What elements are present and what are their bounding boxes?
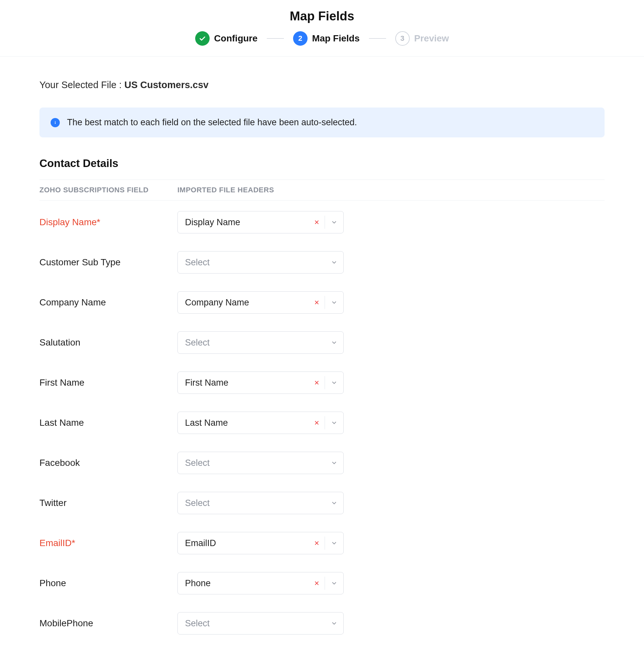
select-value: Select	[185, 258, 325, 268]
info-banner: The best match to each field on the sele…	[39, 107, 605, 137]
column-header-field: ZOHO SUBSCRIPTIONS FIELD	[39, 186, 177, 194]
field-mapping-select[interactable]: Company Name	[177, 291, 344, 314]
step-label: Preview	[414, 33, 449, 44]
chevron-down-icon[interactable]	[325, 620, 343, 627]
select-value: Select	[185, 338, 325, 348]
step-number-icon: 2	[293, 31, 308, 46]
field-label: Company Name	[39, 297, 177, 308]
select-value: Last Name	[185, 418, 309, 428]
select-value: Select	[185, 498, 325, 508]
field-mapping-select[interactable]: Display Name	[177, 211, 344, 233]
select-value: EmailID	[185, 538, 309, 548]
clear-icon[interactable]	[309, 580, 325, 586]
info-text: The best match to each field on the sele…	[67, 117, 357, 128]
section-title: Contact Details	[39, 157, 605, 170]
field-mapping-select[interactable]: Select	[177, 492, 344, 514]
select-value: Display Name	[185, 217, 309, 227]
info-icon	[51, 118, 60, 127]
field-label: Salutation	[39, 337, 177, 348]
selected-file-line: Your Selected File : US Customers.csv	[39, 80, 605, 90]
step-configure: Configure	[195, 31, 258, 46]
select-value: Company Name	[185, 297, 309, 308]
field-row: EmailID*EmailID	[39, 532, 605, 554]
field-label: Twitter	[39, 498, 177, 508]
select-value: First Name	[185, 378, 309, 388]
field-label: Phone	[39, 578, 177, 588]
field-label: Last Name	[39, 418, 177, 428]
field-mapping-select[interactable]: Select	[177, 251, 344, 274]
chevron-down-icon[interactable]	[325, 499, 343, 507]
field-mapping-select[interactable]: EmailID	[177, 532, 344, 554]
check-icon	[195, 31, 210, 46]
clear-icon[interactable]	[309, 420, 325, 426]
stepper: Configure 2 Map Fields 3 Preview	[0, 31, 644, 56]
column-header-imported: IMPORTED FILE HEADERS	[177, 186, 605, 194]
chevron-down-icon[interactable]	[325, 259, 343, 266]
field-row: Company NameCompany Name	[39, 291, 605, 314]
step-label: Configure	[214, 33, 258, 44]
selected-file-name: US Customers.csv	[124, 80, 208, 90]
clear-icon[interactable]	[309, 219, 325, 225]
field-row: FacebookSelect	[39, 452, 605, 474]
field-label: MobilePhone	[39, 618, 177, 629]
page-title: Map Fields	[0, 9, 644, 23]
step-connector	[369, 38, 386, 39]
clear-icon[interactable]	[309, 299, 325, 306]
field-row: PhonePhone	[39, 572, 605, 594]
chevron-down-icon[interactable]	[325, 379, 343, 386]
field-label: Facebook	[39, 458, 177, 468]
field-mapping-select[interactable]: Select	[177, 452, 344, 474]
clear-icon[interactable]	[309, 540, 325, 547]
field-mapping-select[interactable]: First Name	[177, 371, 344, 394]
field-row: Last NameLast Name	[39, 412, 605, 434]
svg-rect-1	[55, 122, 56, 124]
step-preview: 3 Preview	[395, 31, 449, 46]
select-value: Phone	[185, 578, 309, 588]
chevron-down-icon[interactable]	[325, 459, 343, 466]
field-row: Display Name*Display Name	[39, 211, 605, 233]
svg-point-0	[55, 121, 56, 122]
select-value: Select	[185, 458, 325, 468]
step-number-icon: 3	[395, 31, 410, 46]
step-label: Map Fields	[312, 33, 360, 44]
table-header: ZOHO SUBSCRIPTIONS FIELD IMPORTED FILE H…	[39, 179, 605, 201]
field-label: First Name	[39, 377, 177, 388]
field-mapping-select[interactable]: Select	[177, 332, 344, 354]
select-value: Select	[185, 619, 325, 629]
chevron-down-icon[interactable]	[325, 580, 343, 587]
field-mapping-select[interactable]: Last Name	[177, 412, 344, 434]
field-row: MobilePhoneSelect	[39, 612, 605, 635]
chevron-down-icon[interactable]	[325, 419, 343, 426]
field-row: SalutationSelect	[39, 332, 605, 354]
field-mapping-select[interactable]: Phone	[177, 572, 344, 594]
chevron-down-icon[interactable]	[325, 540, 343, 547]
selected-file-prefix: Your Selected File :	[39, 80, 124, 90]
field-label: EmailID*	[39, 538, 177, 548]
field-row: First NameFirst Name	[39, 371, 605, 394]
clear-icon[interactable]	[309, 379, 325, 386]
chevron-down-icon[interactable]	[325, 219, 343, 226]
chevron-down-icon[interactable]	[325, 339, 343, 346]
field-label: Customer Sub Type	[39, 257, 177, 268]
field-row: Customer Sub TypeSelect	[39, 251, 605, 274]
field-label: Display Name*	[39, 217, 177, 227]
field-mapping-select[interactable]: Select	[177, 612, 344, 635]
step-map-fields: 2 Map Fields	[293, 31, 360, 46]
chevron-down-icon[interactable]	[325, 299, 343, 306]
field-row: TwitterSelect	[39, 492, 605, 514]
step-connector	[267, 38, 284, 39]
